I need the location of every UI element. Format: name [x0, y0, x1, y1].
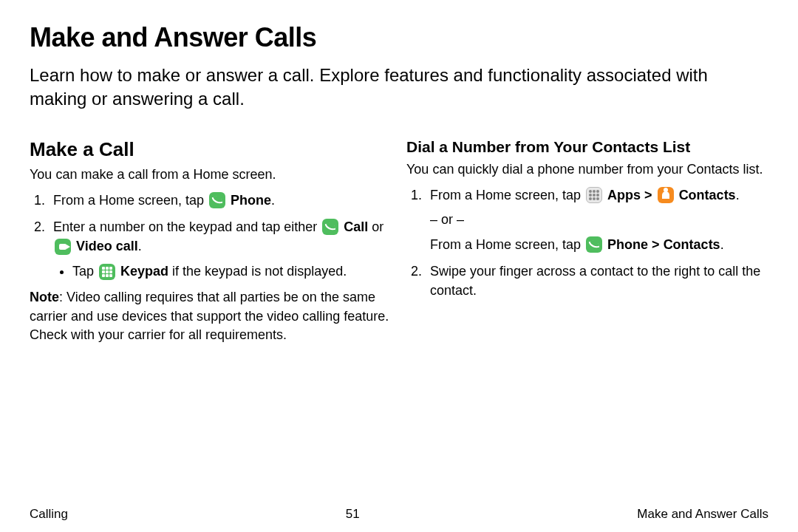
text: .: [736, 188, 740, 202]
dial-contacts-lead: You can quickly dial a phone number from…: [406, 160, 768, 178]
text: >: [641, 188, 656, 202]
note-text: : Video calling requires that all partie…: [30, 290, 389, 341]
left-column: Make a Call You can make a call from a H…: [30, 138, 392, 344]
sub-item: Tap Keypad if the keypad is not displaye…: [72, 262, 392, 281]
step-1: From a Home screen, tap Apps > Contacts.: [426, 185, 768, 205]
make-call-steps: From a Home screen, tap Phone. Enter a n…: [30, 191, 392, 281]
text: Enter a number on the keypad and tap eit…: [53, 219, 321, 234]
note-label: Note: [30, 290, 59, 304]
right-column: Dial a Number from Your Contacts List Yo…: [406, 138, 768, 344]
page-footer: Calling 51 Make and Answer Calls: [30, 507, 768, 522]
text: From a Home screen, tap: [430, 188, 584, 202]
text: or: [368, 219, 383, 234]
video-call-icon: [55, 239, 71, 255]
phone-label: Phone: [607, 237, 648, 252]
keypad-icon: [99, 264, 115, 280]
note-paragraph: Note: Video calling requires that all pa…: [30, 288, 392, 344]
apps-icon: [586, 187, 602, 203]
make-call-lead: You can make a call from a Home screen.: [30, 166, 392, 183]
page-title: Make and Answer Calls: [30, 22, 768, 53]
text: >: [648, 237, 664, 252]
footer-page-number: 51: [346, 507, 360, 522]
text: Tap: [72, 264, 98, 279]
apps-label: Apps: [607, 188, 641, 202]
contacts-label: Contacts: [679, 188, 736, 202]
contacts-icon: [658, 187, 674, 203]
step-2: Enter a number on the keypad and tap eit…: [49, 217, 392, 281]
sub-list: Tap Keypad if the keypad is not displaye…: [53, 262, 392, 281]
text: From a Home screen, tap: [53, 193, 208, 208]
dial-contacts-steps: From a Home screen, tap Apps > Contacts.: [406, 185, 768, 205]
phone-icon: [209, 192, 225, 208]
footer-section: Calling: [30, 507, 68, 522]
contacts-label: Contacts: [664, 237, 720, 252]
content-columns: Make a Call You can make a call from a H…: [30, 138, 768, 344]
video-call-label: Video call: [76, 239, 138, 253]
text: .: [271, 193, 275, 208]
text: .: [138, 239, 142, 253]
text: if the keypad is not displayed.: [168, 264, 347, 279]
alt-path: From a Home screen, tap Phone > Contacts…: [430, 235, 768, 254]
intro-text: Learn how to make or answer a call. Expl…: [30, 64, 754, 112]
keypad-label: Keypad: [120, 264, 168, 279]
make-call-heading: Make a Call: [30, 138, 392, 161]
text: From a Home screen, tap: [430, 237, 584, 252]
or-separator: – or –: [430, 212, 768, 228]
call-icon: [322, 219, 338, 235]
step-2: Swipe your finger across a contact to th…: [426, 262, 768, 300]
phone-icon: [586, 236, 602, 253]
text: .: [720, 237, 724, 252]
footer-topic: Make and Answer Calls: [637, 507, 768, 522]
dial-contacts-heading: Dial a Number from Your Contacts List: [406, 138, 768, 156]
call-label: Call: [344, 219, 368, 234]
step-1: From a Home screen, tap Phone.: [49, 191, 392, 210]
phone-label: Phone: [231, 193, 271, 208]
dial-contacts-steps-cont: Swipe your finger across a contact to th…: [406, 262, 768, 300]
